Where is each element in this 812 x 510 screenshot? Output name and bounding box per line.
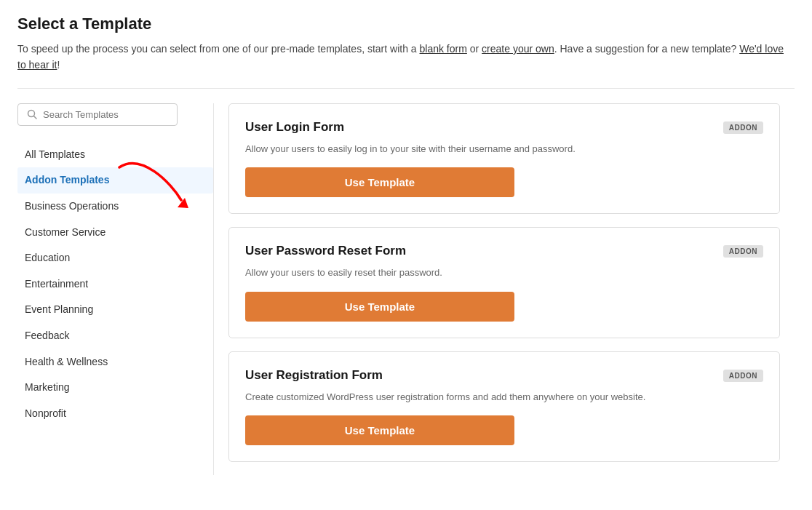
sidebar-nav-wrapper: All Templates Addon Templates Business O… [17, 142, 213, 427]
main-layout: All Templates Addon Templates Business O… [17, 103, 795, 476]
use-template-button-user-password-reset[interactable]: Use Template [245, 292, 514, 322]
nav-list: All Templates Addon Templates Business O… [17, 142, 213, 427]
svg-line-1 [34, 116, 37, 119]
template-desc-user-login: Allow your users to easily log in to you… [245, 142, 763, 156]
search-input[interactable] [43, 109, 168, 120]
addon-badge-user-login: ADDON [723, 121, 763, 134]
sidebar-item-customer-service[interactable]: Customer Service [17, 220, 213, 246]
sidebar-item-education[interactable]: Education [17, 245, 213, 271]
sidebar-item-nonprofit[interactable]: Nonprofit [17, 401, 213, 427]
template-desc-user-password-reset: Allow your users to easily reset their p… [245, 266, 763, 280]
search-icon [27, 109, 37, 119]
subtitle-suffix: . Have a suggestion for a new template? [554, 43, 739, 55]
sidebar-item-entertainment[interactable]: Entertainment [17, 271, 213, 298]
template-card-header-3: User Registration Form ADDON [245, 368, 763, 383]
use-template-button-user-registration[interactable]: Use Template [245, 415, 514, 445]
subtitle-end: ! [57, 59, 60, 71]
divider [17, 88, 795, 89]
subtitle-mid: or [467, 43, 482, 55]
template-desc-user-registration: Create customized WordPress user registr… [245, 390, 763, 405]
template-card-user-registration: User Registration Form ADDON Create cust… [228, 351, 780, 463]
addon-badge-user-registration: ADDON [723, 370, 763, 382]
template-card-user-login: User Login Form ADDON Allow your users t… [228, 103, 780, 215]
search-box[interactable] [17, 103, 178, 126]
sidebar-item-all-templates[interactable]: All Templates [17, 142, 213, 168]
page-subtitle: To speed up the process you can select f… [17, 41, 795, 73]
sidebar-item-event-planning[interactable]: Event Planning [17, 297, 213, 323]
template-title-user-registration: User Registration Form [245, 368, 383, 383]
blank-form-link[interactable]: blank form [420, 43, 467, 55]
create-own-link[interactable]: create your own [482, 43, 554, 55]
subtitle-prefix: To speed up the process you can select f… [17, 43, 420, 55]
sidebar-item-health-wellness[interactable]: Health & Wellness [17, 349, 213, 375]
sidebar-item-marketing[interactable]: Marketing [17, 375, 213, 401]
addon-badge-user-password-reset: ADDON [723, 245, 763, 258]
sidebar-item-business-operations[interactable]: Business Operations [17, 194, 213, 220]
use-template-button-user-login[interactable]: Use Template [245, 167, 514, 197]
content-area: User Login Form ADDON Allow your users t… [214, 103, 795, 476]
template-card-header-2: User Password Reset Form ADDON [245, 244, 763, 258]
template-card-header: User Login Form ADDON [245, 120, 763, 135]
template-title-user-login: User Login Form [245, 120, 344, 135]
page-wrapper: Select a Template To speed up the proces… [0, 0, 812, 490]
page-title: Select a Template [17, 15, 795, 33]
sidebar-item-addon-templates[interactable]: Addon Templates [17, 167, 213, 194]
sidebar-item-feedback[interactable]: Feedback [17, 323, 213, 349]
template-card-user-password-reset: User Password Reset Form ADDON Allow you… [228, 227, 780, 338]
sidebar: All Templates Addon Templates Business O… [17, 103, 214, 476]
template-title-user-password-reset: User Password Reset Form [245, 244, 406, 258]
